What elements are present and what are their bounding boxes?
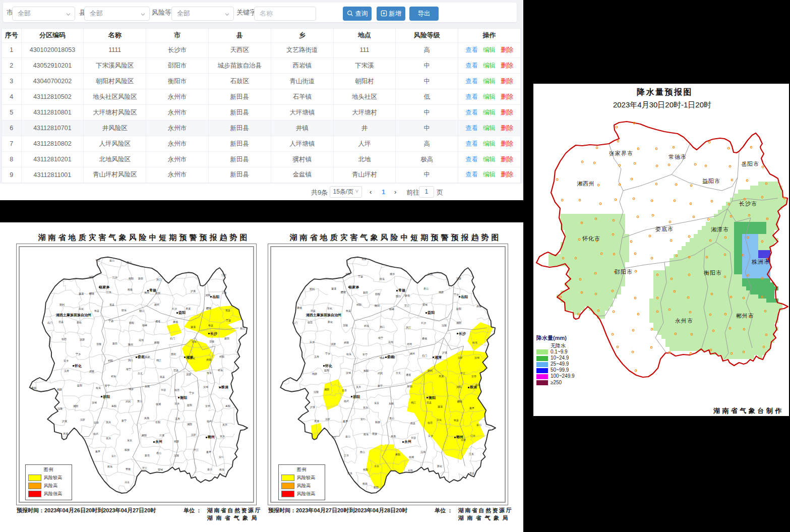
svg-text:武冈: 武冈 [126,400,131,403]
svg-text:道县: 道县 [361,257,367,260]
svg-text:常宁: 常宁 [362,353,368,356]
svg-text:慈利: 慈利 [427,369,433,373]
svg-text:通道: 通道 [406,373,411,376]
svg-text:衡山: 衡山 [240,327,245,330]
svg-text:湘乡: 湘乡 [144,291,149,294]
svg-text:会同: 会同 [407,342,412,345]
svg-text:衡南: 衡南 [128,288,133,291]
svg-text:邵阳: 邵阳 [102,395,110,399]
svg-text:益阳市: 益阳市 [702,178,720,184]
svg-text:炎陵: 炎陵 [206,358,211,361]
svg-text:怀化: 怀化 [74,364,82,368]
svg-text:澧县: 澧县 [58,320,64,323]
svg-text:临澧: 临澧 [174,388,179,391]
svg-text:湘潭: 湘潭 [186,356,193,360]
svg-text:双峰: 双峰 [389,308,394,311]
svg-text:零陵: 零陵 [126,467,131,470]
svg-text:溆浦: 溆浦 [79,292,84,295]
svg-text:涟源: 涟源 [331,342,336,346]
svg-text:沅陵: 沅陵 [314,390,319,394]
svg-text:郴州: 郴州 [456,435,463,439]
svg-text:江永: 江永 [106,290,111,294]
svg-text:蓝山: 蓝山 [476,423,481,427]
svg-text:沅陵: 沅陵 [57,407,63,410]
svg-text:溆浦: 溆浦 [331,287,336,290]
svg-text:华容: 华容 [161,388,166,391]
svg-text:望城: 望城 [422,303,428,306]
svg-text:株洲: 株洲 [469,385,477,389]
svg-text:茶陵: 茶陵 [96,342,101,345]
svg-text:岳阳: 岳阳 [460,294,468,299]
svg-text:临澧: 临澧 [62,337,67,340]
svg-text:江华: 江华 [221,273,226,277]
svg-text:攸县: 攸县 [94,309,99,312]
svg-text:平江: 平江 [460,372,465,375]
svg-text:湘阴: 湘阴 [187,423,192,426]
svg-text:韶山: 韶山 [396,294,401,298]
svg-text:邵东: 邵东 [380,277,385,281]
svg-text:古丈: 古丈 [138,372,143,375]
svg-text:韶山: 韶山 [139,309,144,313]
svg-text:麻阳: 麻阳 [142,434,147,437]
svg-text:保靖: 保靖 [144,356,150,359]
svg-text:桑植: 桑植 [173,320,178,324]
svg-text:石门: 石门 [292,321,297,325]
svg-text:泸溪: 泸溪 [442,351,447,354]
svg-text:嘉禾: 嘉禾 [95,450,100,453]
svg-text:汨罗: 汨罗 [191,433,196,437]
svg-text:醴陵: 醴陵 [89,292,94,295]
svg-text:浏阳: 浏阳 [345,272,350,276]
svg-text:澧县: 澧县 [311,309,316,312]
svg-text:岳阳: 岳阳 [212,294,219,299]
svg-text:新宁: 新宁 [378,384,383,387]
svg-text:花垣: 花垣 [139,338,144,342]
svg-text:新化: 新化 [437,464,442,468]
svg-text:桃江: 桃江 [156,359,161,362]
svg-text:邵阳: 邵阳 [375,292,380,296]
svg-text:靖州: 靖州 [154,303,159,306]
svg-text:桃源: 桃源 [312,372,317,376]
svg-text:古丈: 古丈 [396,371,401,375]
svg-text:永顺: 永顺 [145,385,150,388]
svg-text:慈利: 慈利 [59,303,65,307]
svg-text:靖州: 靖州 [410,352,415,355]
svg-text:宜章: 宜章 [342,389,347,392]
svg-text:零陵: 零陵 [372,432,377,435]
svg-text:澧县: 澧县 [427,401,432,404]
svg-text:张家界: 张家界 [349,285,359,289]
svg-text:涟源: 涟源 [80,338,85,341]
svg-text:安乡: 安乡 [310,340,315,343]
svg-text:武冈: 武冈 [378,372,383,375]
svg-text:辰溪: 辰溪 [439,375,444,378]
svg-text:安仁: 安仁 [111,454,116,457]
svg-text:湘阴: 湘阴 [73,404,78,408]
svg-text:临澧: 临澧 [308,321,313,324]
svg-text:宁乡: 宁乡 [325,352,330,355]
svg-text:凤凰: 凤凰 [144,417,150,420]
svg-text:常德市: 常德市 [669,154,687,160]
svg-text:新田: 新田 [363,291,368,294]
svg-text:张家界市: 张家界市 [609,150,633,156]
svg-text:邵阳: 邵阳 [352,395,360,399]
svg-text:汨罗: 汨罗 [80,418,85,422]
svg-text:新田: 新田 [112,342,117,345]
svg-text:桃源: 桃源 [174,440,179,443]
svg-text:双牌: 双牌 [375,421,380,424]
svg-text:黔阳: 黔阳 [407,385,412,388]
svg-text:永州市: 永州市 [675,318,693,324]
svg-text:益阳: 益阳 [77,384,82,387]
svg-text:湘西州: 湘西州 [577,181,595,187]
svg-text:蓝山: 蓝山 [345,435,350,438]
svg-text:洪江: 洪江 [156,278,161,281]
svg-text:隆回: 隆回 [128,343,133,346]
svg-text:临武: 临武 [93,432,98,435]
svg-text:永州: 永州 [404,440,411,444]
svg-text:宁乡: 宁乡 [76,352,81,356]
svg-text:花垣: 花垣 [388,340,393,344]
svg-text:安仁: 安仁 [219,455,224,458]
svg-text:湘阴: 湘阴 [456,321,461,325]
svg-text:东安: 东安 [127,439,132,442]
svg-text:安乡: 安乡 [428,434,433,437]
svg-text:长沙: 长沙 [421,321,426,325]
svg-text:张家界: 张家界 [99,285,110,289]
